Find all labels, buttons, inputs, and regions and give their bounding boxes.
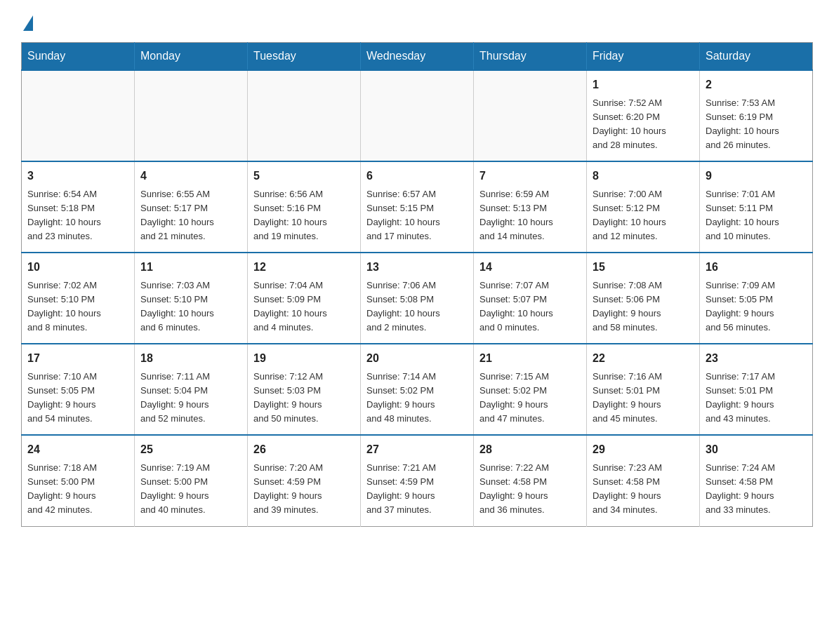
day-number-30: 30: [706, 441, 807, 458]
calendar-cell-w2-d2: 4Sunrise: 6:55 AMSunset: 5:17 PMDaylight…: [135, 161, 248, 253]
calendar-cell-w1-d5: [474, 70, 587, 161]
calendar-header: SundayMondayTuesdayWednesdayThursdayFrid…: [22, 43, 813, 71]
calendar-cell-w2-d6: 8Sunrise: 7:00 AMSunset: 5:12 PMDaylight…: [587, 161, 700, 253]
day-number-9: 9: [706, 168, 807, 185]
logo-triangle-icon: [23, 15, 33, 31]
day-number-26: 26: [253, 441, 355, 458]
day-number-27: 27: [366, 441, 468, 458]
calendar-cell-w5-d2: 25Sunrise: 7:19 AMSunset: 5:00 PMDayligh…: [135, 435, 248, 526]
calendar-cell-w2-d7: 9Sunrise: 7:01 AMSunset: 5:11 PMDaylight…: [700, 161, 813, 253]
calendar-cell-w3-d6: 15Sunrise: 7:08 AMSunset: 5:06 PMDayligh…: [587, 253, 700, 344]
calendar-cell-w3-d5: 14Sunrise: 7:07 AMSunset: 5:07 PMDayligh…: [474, 253, 587, 344]
day-number-6: 6: [366, 168, 468, 185]
logo: [21, 14, 33, 29]
calendar-cell-w2-d3: 5Sunrise: 6:56 AMSunset: 5:16 PMDaylight…: [248, 161, 361, 253]
calendar-cell-w4-d7: 23Sunrise: 7:17 AMSunset: 5:01 PMDayligh…: [700, 344, 813, 435]
weekday-header-sunday: Sunday: [22, 43, 135, 71]
calendar-cell-w2-d4: 6Sunrise: 6:57 AMSunset: 5:15 PMDaylight…: [361, 161, 474, 253]
calendar-week-2: 3Sunrise: 6:54 AMSunset: 5:18 PMDaylight…: [22, 161, 813, 253]
calendar-cell-w5-d4: 27Sunrise: 7:21 AMSunset: 4:59 PMDayligh…: [361, 435, 474, 526]
day-info-15: Sunrise: 7:08 AMSunset: 5:06 PMDaylight:…: [593, 279, 694, 335]
day-number-25: 25: [140, 441, 241, 458]
calendar-cell-w2-d5: 7Sunrise: 6:59 AMSunset: 5:13 PMDaylight…: [474, 161, 587, 253]
day-number-8: 8: [593, 168, 694, 185]
day-number-15: 15: [593, 259, 694, 276]
day-info-23: Sunrise: 7:17 AMSunset: 5:01 PMDaylight:…: [706, 370, 807, 427]
day-info-20: Sunrise: 7:14 AMSunset: 5:02 PMDaylight:…: [366, 370, 468, 427]
day-info-5: Sunrise: 6:56 AMSunset: 5:16 PMDaylight:…: [253, 187, 355, 244]
day-info-14: Sunrise: 7:07 AMSunset: 5:07 PMDaylight:…: [479, 279, 581, 335]
calendar-week-1: 1Sunrise: 7:52 AMSunset: 6:20 PMDaylight…: [22, 70, 813, 161]
day-info-29: Sunrise: 7:23 AMSunset: 4:58 PMDaylight:…: [593, 461, 694, 518]
day-number-13: 13: [366, 259, 468, 276]
day-number-28: 28: [479, 441, 581, 458]
calendar-week-5: 24Sunrise: 7:18 AMSunset: 5:00 PMDayligh…: [22, 435, 813, 526]
day-info-6: Sunrise: 6:57 AMSunset: 5:15 PMDaylight:…: [366, 187, 468, 244]
day-number-1: 1: [593, 76, 694, 93]
calendar-cell-w1-d6: 1Sunrise: 7:52 AMSunset: 6:20 PMDaylight…: [587, 70, 700, 161]
calendar-cell-w3-d3: 12Sunrise: 7:04 AMSunset: 5:09 PMDayligh…: [248, 253, 361, 344]
day-info-18: Sunrise: 7:11 AMSunset: 5:04 PMDaylight:…: [140, 370, 241, 427]
day-info-16: Sunrise: 7:09 AMSunset: 5:05 PMDaylight:…: [706, 279, 807, 335]
calendar-table: SundayMondayTuesdayWednesdayThursdayFrid…: [21, 42, 813, 527]
day-info-3: Sunrise: 6:54 AMSunset: 5:18 PMDaylight:…: [27, 187, 128, 244]
calendar-cell-w5-d5: 28Sunrise: 7:22 AMSunset: 4:58 PMDayligh…: [474, 435, 587, 526]
calendar-cell-w4-d5: 21Sunrise: 7:15 AMSunset: 5:02 PMDayligh…: [474, 344, 587, 435]
calendar-cell-w5-d3: 26Sunrise: 7:20 AMSunset: 4:59 PMDayligh…: [248, 435, 361, 526]
day-number-2: 2: [706, 76, 807, 93]
weekday-header-thursday: Thursday: [474, 43, 587, 71]
calendar-cell-w1-d7: 2Sunrise: 7:53 AMSunset: 6:19 PMDaylight…: [700, 70, 813, 161]
calendar-cell-w3-d7: 16Sunrise: 7:09 AMSunset: 5:05 PMDayligh…: [700, 253, 813, 344]
calendar-week-4: 17Sunrise: 7:10 AMSunset: 5:05 PMDayligh…: [22, 344, 813, 435]
day-info-22: Sunrise: 7:16 AMSunset: 5:01 PMDaylight:…: [593, 370, 694, 427]
day-number-7: 7: [479, 168, 581, 185]
calendar-cell-w5-d1: 24Sunrise: 7:18 AMSunset: 5:00 PMDayligh…: [22, 435, 135, 526]
day-info-12: Sunrise: 7:04 AMSunset: 5:09 PMDaylight:…: [253, 279, 355, 335]
day-number-11: 11: [140, 259, 241, 276]
calendar-cell-w3-d2: 11Sunrise: 7:03 AMSunset: 5:10 PMDayligh…: [135, 253, 248, 344]
calendar-cell-w3-d4: 13Sunrise: 7:06 AMSunset: 5:08 PMDayligh…: [361, 253, 474, 344]
calendar-cell-w2-d1: 3Sunrise: 6:54 AMSunset: 5:18 PMDaylight…: [22, 161, 135, 253]
calendar-week-3: 10Sunrise: 7:02 AMSunset: 5:10 PMDayligh…: [22, 253, 813, 344]
day-info-2: Sunrise: 7:53 AMSunset: 6:19 PMDaylight:…: [706, 96, 807, 153]
day-info-1: Sunrise: 7:52 AMSunset: 6:20 PMDaylight:…: [593, 96, 694, 153]
day-number-16: 16: [706, 259, 807, 276]
calendar-cell-w1-d3: [248, 70, 361, 161]
weekday-header-wednesday: Wednesday: [361, 43, 474, 71]
day-info-8: Sunrise: 7:00 AMSunset: 5:12 PMDaylight:…: [593, 187, 694, 244]
day-info-25: Sunrise: 7:19 AMSunset: 5:00 PMDaylight:…: [140, 461, 241, 518]
day-info-11: Sunrise: 7:03 AMSunset: 5:10 PMDaylight:…: [140, 279, 241, 335]
day-number-4: 4: [140, 168, 241, 185]
day-number-20: 20: [366, 350, 468, 367]
day-info-7: Sunrise: 6:59 AMSunset: 5:13 PMDaylight:…: [479, 187, 581, 244]
day-info-13: Sunrise: 7:06 AMSunset: 5:08 PMDaylight:…: [366, 279, 468, 335]
weekday-header-saturday: Saturday: [700, 43, 813, 71]
day-info-26: Sunrise: 7:20 AMSunset: 4:59 PMDaylight:…: [253, 461, 355, 518]
day-info-17: Sunrise: 7:10 AMSunset: 5:05 PMDaylight:…: [27, 370, 128, 427]
day-info-9: Sunrise: 7:01 AMSunset: 5:11 PMDaylight:…: [706, 187, 807, 244]
day-number-18: 18: [140, 350, 241, 367]
day-info-24: Sunrise: 7:18 AMSunset: 5:00 PMDaylight:…: [27, 461, 128, 518]
day-info-30: Sunrise: 7:24 AMSunset: 4:58 PMDaylight:…: [706, 461, 807, 518]
day-info-27: Sunrise: 7:21 AMSunset: 4:59 PMDaylight:…: [366, 461, 468, 518]
day-number-23: 23: [706, 350, 807, 367]
page-header: [21, 14, 813, 29]
calendar-cell-w1-d1: [22, 70, 135, 161]
calendar-body: 1Sunrise: 7:52 AMSunset: 6:20 PMDaylight…: [22, 70, 813, 526]
calendar-cell-w5-d6: 29Sunrise: 7:23 AMSunset: 4:58 PMDayligh…: [587, 435, 700, 526]
day-number-21: 21: [479, 350, 581, 367]
day-number-19: 19: [253, 350, 355, 367]
day-number-22: 22: [593, 350, 694, 367]
day-info-10: Sunrise: 7:02 AMSunset: 5:10 PMDaylight:…: [27, 279, 128, 335]
calendar-cell-w4-d6: 22Sunrise: 7:16 AMSunset: 5:01 PMDayligh…: [587, 344, 700, 435]
day-number-3: 3: [27, 168, 128, 185]
day-number-12: 12: [253, 259, 355, 276]
day-number-5: 5: [253, 168, 355, 185]
weekday-header-monday: Monday: [135, 43, 248, 71]
day-number-10: 10: [27, 259, 128, 276]
day-number-24: 24: [27, 441, 128, 458]
day-number-14: 14: [479, 259, 581, 276]
day-info-21: Sunrise: 7:15 AMSunset: 5:02 PMDaylight:…: [479, 370, 581, 427]
calendar-cell-w4-d1: 17Sunrise: 7:10 AMSunset: 5:05 PMDayligh…: [22, 344, 135, 435]
day-info-4: Sunrise: 6:55 AMSunset: 5:17 PMDaylight:…: [140, 187, 241, 244]
